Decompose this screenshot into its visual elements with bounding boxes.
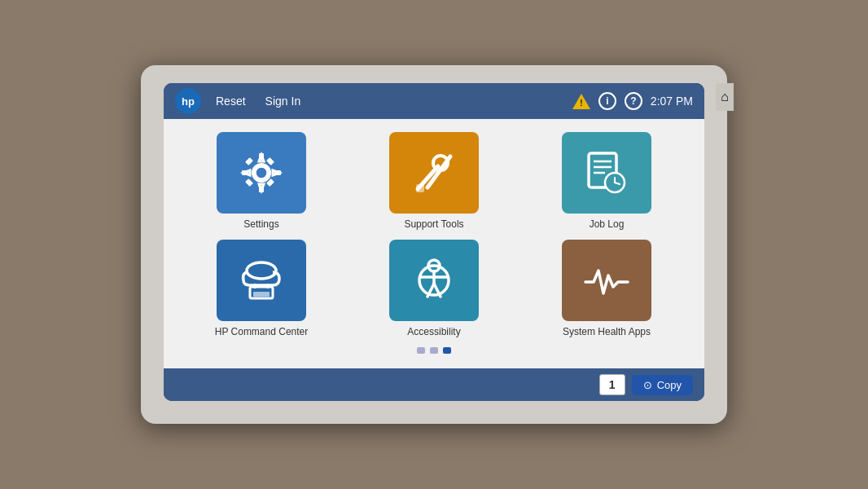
system-health-icon-box xyxy=(562,240,651,321)
support-tools-icon-box xyxy=(389,132,479,214)
sign-in-button[interactable]: Sign In xyxy=(261,93,306,109)
info-icon[interactable]: i xyxy=(598,92,616,110)
cloud-printer-icon xyxy=(237,256,286,305)
warning-icon[interactable]: ! xyxy=(572,93,590,109)
accessibility-person-icon xyxy=(410,256,458,305)
svg-rect-15 xyxy=(416,184,424,192)
svg-rect-8 xyxy=(245,178,253,187)
pagination-dot-3[interactable] xyxy=(443,347,451,354)
help-icon[interactable]: ? xyxy=(625,92,642,110)
screen: hp Reset Sign In ! i ? 2:07 PM xyxy=(164,83,704,401)
svg-rect-6 xyxy=(245,157,253,165)
home-icon: ⌂ xyxy=(721,90,729,104)
hp-command-center-label: HP Command Center xyxy=(215,326,309,337)
svg-rect-5 xyxy=(274,170,281,175)
clock-display: 2:07 PM xyxy=(651,95,693,108)
copy-button[interactable]: ⊙ Copy xyxy=(632,375,693,395)
svg-rect-3 xyxy=(259,186,264,192)
footer-bar: 1 ⊙ Copy xyxy=(164,368,704,401)
main-content: Settings Support Tools xyxy=(164,119,704,368)
settings-icon-box xyxy=(217,132,306,214)
home-button[interactable]: ⌂ xyxy=(716,83,734,111)
apps-grid: Settings Support Tools xyxy=(180,132,688,337)
app-tile-settings[interactable]: Settings xyxy=(180,132,343,230)
svg-point-23 xyxy=(247,262,276,279)
app-tile-support-tools[interactable]: Support Tools xyxy=(353,132,515,230)
copy-label: Copy xyxy=(657,379,682,391)
app-tile-accessibility[interactable]: Accessibility xyxy=(353,240,515,337)
hp-command-center-icon-box xyxy=(217,240,306,321)
reset-button[interactable]: Reset xyxy=(211,93,251,109)
pagination-dot-2[interactable] xyxy=(430,347,438,354)
pagination xyxy=(180,347,688,354)
wrench-screwdriver-icon xyxy=(410,148,458,197)
header-bar: hp Reset Sign In ! i ? 2:07 PM xyxy=(164,83,704,119)
svg-rect-2 xyxy=(259,153,264,160)
heartbeat-icon xyxy=(582,256,631,305)
list-clock-icon xyxy=(582,148,631,197)
settings-label: Settings xyxy=(243,218,278,230)
app-tile-system-health-apps[interactable]: System Health Apps xyxy=(525,240,688,337)
printer-body: ⌂ hp Reset Sign In ! i ? 2:07 PM xyxy=(141,65,727,424)
job-log-label: Job Log xyxy=(590,218,625,230)
svg-rect-4 xyxy=(242,170,248,175)
app-tile-job-log[interactable]: Job Log xyxy=(525,132,688,230)
support-tools-label: Support Tools xyxy=(404,218,463,230)
accessibility-label: Accessibility xyxy=(407,326,460,337)
job-log-icon-box xyxy=(562,132,651,214)
svg-rect-7 xyxy=(266,157,274,165)
pagination-dot-1[interactable] xyxy=(417,347,425,354)
app-tile-hp-command-center[interactable]: HP Command Center xyxy=(180,240,343,337)
header-icons: ! i ? 2:07 PM xyxy=(572,92,693,110)
gear-icon xyxy=(237,148,286,197)
svg-point-11 xyxy=(256,168,266,178)
system-health-apps-label: System Health Apps xyxy=(563,326,651,337)
accessibility-icon-box xyxy=(389,240,479,321)
copy-icon: ⊙ xyxy=(643,379,652,391)
hp-logo: hp xyxy=(175,88,201,114)
copy-count-display: 1 xyxy=(599,374,625,395)
svg-rect-25 xyxy=(253,292,270,297)
